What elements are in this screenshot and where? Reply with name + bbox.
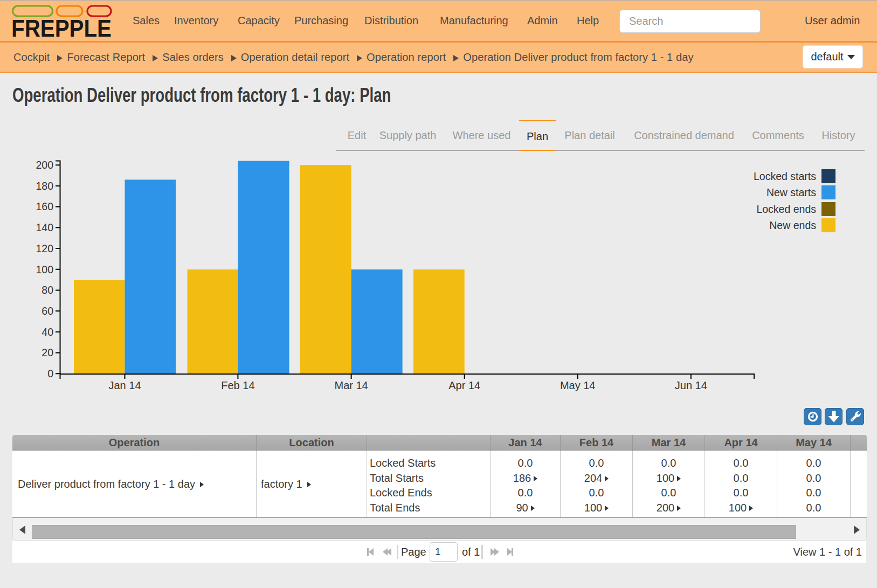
svg-text:40: 40 — [42, 326, 53, 338]
svg-text:20: 20 — [42, 347, 53, 358]
svg-text:0: 0 — [47, 368, 53, 379]
svg-text:140: 140 — [36, 222, 53, 233]
svg-text:May 14: May 14 — [560, 379, 596, 391]
svg-text:160: 160 — [36, 200, 53, 212]
svg-text:New starts: New starts — [766, 186, 816, 198]
svg-text:FREPPLE: FREPPLE — [12, 15, 112, 38]
svg-text:180: 180 — [36, 180, 53, 192]
svg-text:100: 100 — [36, 264, 53, 275]
svg-text:Locked ends: Locked ends — [756, 203, 816, 215]
svg-text:New ends: New ends — [769, 219, 816, 231]
svg-text:Feb 14: Feb 14 — [221, 379, 254, 391]
svg-text:Locked starts: Locked starts — [754, 170, 816, 182]
svg-text:120: 120 — [36, 243, 53, 254]
svg-text:80: 80 — [42, 284, 53, 296]
svg-text:Jan 14: Jan 14 — [108, 379, 141, 391]
svg-text:200: 200 — [36, 159, 53, 171]
svg-text:Jun 14: Jun 14 — [675, 379, 707, 391]
svg-text:Apr 14: Apr 14 — [448, 379, 480, 391]
svg-text:60: 60 — [42, 305, 53, 317]
svg-text:Mar 14: Mar 14 — [334, 379, 368, 391]
